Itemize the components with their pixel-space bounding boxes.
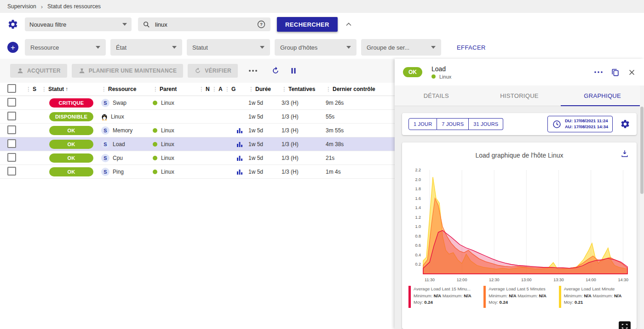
tries-cell: 3/3 (H) [282,100,326,106]
period-button-1-jour[interactable]: 1 JOUR [408,118,437,130]
row-checkbox[interactable] [7,125,16,134]
date-to: AU: 17/08/2021 14:34 [565,124,608,130]
filter-dropdown-label: Group d'hôtes [280,44,317,51]
breadcrumb-link-supervision[interactable]: Supervision [7,3,36,10]
legend-item[interactable]: Average Load Last MinuteMinimum: N/A Max… [559,286,630,308]
panel-header: OK Load Linux [395,59,644,85]
legend-min-max: Minimum: N/A Maximum: N/A [564,293,622,300]
column-header-a[interactable]: ⋮A [212,86,224,92]
clear-filters-button[interactable]: EFFACER [454,44,489,51]
chevron-down-icon [253,46,264,49]
gear-icon [7,19,18,30]
service-type-badge: S [101,99,109,107]
acknowledge-button[interactable]: ACQUITTER [10,64,67,78]
table-row[interactable]: OKSCpuLinux1w 5d1/3 (H)21s [0,151,395,165]
table-row[interactable]: OKSMemoryLinux1w 5d1/3 (H)3m 55s [0,124,395,137]
filter-dropdown-ressource[interactable]: Ressource [25,39,106,56]
graph-icon[interactable] [236,169,243,175]
check-button[interactable]: VÉRIFIER [188,64,238,78]
svg-text:2.0: 2.0 [415,177,421,182]
legend-color-bar [559,286,561,308]
legend-item[interactable]: Average Load Last 15 Minu...Minimum: N/A… [408,286,480,308]
resource-name[interactable]: Linux [111,113,124,120]
saved-filter-select[interactable]: Nouveau filtre [25,17,132,31]
search-button[interactable]: RECHERCHER [277,17,338,32]
legend-average: Moy: 0.24 [489,299,546,306]
graph-icon[interactable] [236,127,243,134]
table-row[interactable]: OKSLoadLinux1w 5d1/3 (H)4m 38s [0,137,395,151]
service-type-badge: S [101,154,109,162]
help-icon[interactable]: ? [257,20,266,29]
row-checkbox[interactable] [7,167,16,176]
tab-d-tails[interactable]: DÉTAILS [395,85,478,106]
period-button-31-jours[interactable]: 31 JOURS [469,118,503,130]
parent-name: Linux [161,169,174,175]
export-graph-button[interactable] [619,148,630,159]
period-button-7-jours[interactable]: 7 JOURS [437,118,469,130]
scrollbar-thumb[interactable] [640,107,644,194]
status-badge: OK [403,67,422,77]
graph-icon[interactable] [236,155,243,161]
add-criteria-button[interactable]: + [7,42,18,53]
table-body: CRITIQUESSwapLinux1w 5d3/3 (H)9m 26sDISP… [0,96,395,179]
resource-name[interactable]: Memory [113,127,132,134]
panel-scrollbar[interactable] [640,85,644,329]
column-header-g[interactable]: ⋮G [224,86,236,92]
resource-name[interactable]: Cpu [113,155,123,161]
table-row[interactable]: DISPONIBLELinux1w 5d1/3 (H)55s [0,110,395,124]
refresh-icon [271,66,280,75]
svg-text:12:00: 12:00 [457,278,467,282]
resource-name[interactable]: Ping [113,169,124,175]
row-checkbox[interactable] [7,139,16,148]
filter-settings-button[interactable] [7,19,18,30]
resource-name[interactable]: Swap [113,100,126,106]
select-all-checkbox[interactable] [7,84,16,93]
column-header-ressource[interactable]: ⋮Ressource [101,86,153,92]
resource-detail-panel: OK Load Linux DÉTAILSHISTORIQUEGRAPHIQUE… [395,59,644,329]
svg-text:1.4: 1.4 [415,205,421,210]
table-row[interactable]: CRITIQUESSwapLinux1w 5d3/3 (H)9m 26s [0,96,395,110]
table-row[interactable]: OKSPingLinux1w 5d1/3 (H)1m 4s [0,165,395,179]
column-header-n[interactable]: ⋮N [199,86,212,92]
tab-historique[interactable]: HISTORIQUE [478,85,561,106]
close-panel-button[interactable] [628,68,636,76]
search-input[interactable] [154,21,253,28]
breadcrumb-link-statut-des-ressources[interactable]: Statut des ressources [47,3,101,10]
graph-card: Load graphique de l'hôte Linux 0.20.40.6… [402,142,637,329]
refresh-button[interactable] [271,66,280,75]
tab-graphique[interactable]: GRAPHIQUE [561,85,644,106]
row-checkbox[interactable] [7,112,16,120]
column-drag-icon: ⋮ [199,86,204,92]
date-range-button[interactable]: DU: 17/08/2021 11:24 AU: 17/08/2021 14:3… [547,116,613,132]
download-icon [620,149,629,158]
graph-settings-button[interactable] [620,119,630,129]
filter-dropdown-group-d-h-tes[interactable]: Group d'hôtes [275,39,356,56]
resource-name[interactable]: Load [113,141,125,147]
filter-dropdown-groupe-de-ser-[interactable]: Groupe de ser... [361,39,441,56]
legend-min-max: Minimum: N/A Maximum: N/A [414,293,472,300]
saved-filter-value: Nouveau filtre [29,21,66,28]
column-header-dernier-contr-le[interactable]: ⋮Dernier contrôle [326,86,395,92]
row-checkbox[interactable] [7,153,16,162]
duration-cell: 1w 5d [248,155,282,161]
maintenance-button[interactable]: PLANIFIER UNE MAINTENANCE [72,64,184,78]
pause-button[interactable] [289,67,298,75]
fullscreen-button[interactable] [618,321,631,329]
last-check-cell: 9m 26s [326,100,395,106]
column-header-s[interactable]: ⋮S [26,86,41,92]
column-header-dur-e[interactable]: ⋮Durée [248,86,282,92]
panel-subtitle: Linux [439,74,451,79]
sync-icon [194,67,201,74]
column-header-statut[interactable]: ⋮Statut↑ [41,86,101,92]
collapse-filters-button[interactable] [344,20,353,29]
row-checkbox[interactable] [7,98,16,107]
legend-item[interactable]: Average Load Last 5 MinutesMinimum: N/A … [483,286,555,308]
graph-icon[interactable] [236,141,243,147]
filter-dropdown-statut[interactable]: Statut [187,39,270,56]
copy-link-button[interactable] [611,68,620,77]
column-header-parent[interactable]: ⋮Parent [153,86,199,92]
panel-more-button[interactable] [594,71,603,73]
filter-dropdown--tat[interactable]: État [110,39,182,56]
more-actions-button[interactable] [246,67,260,74]
column-header-tentatives[interactable]: ⋮Tentatives [282,86,326,92]
